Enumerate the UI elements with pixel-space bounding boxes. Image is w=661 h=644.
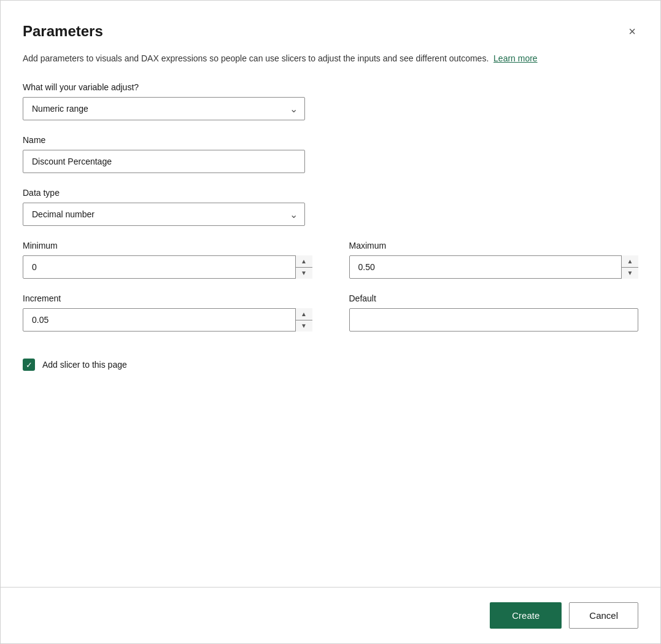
min-max-row: Minimum ▲ ▼ Maximum [23,241,638,293]
default-label: Default [349,293,639,303]
maximum-decrement-button[interactable]: ▼ [622,268,638,279]
add-slicer-label[interactable]: Add slicer to this page [42,360,127,370]
minimum-label: Minimum [23,241,312,250]
maximum-col: Maximum ▲ ▼ [349,241,639,293]
minimum-spinner: ▲ ▼ [23,255,312,279]
increment-input[interactable] [23,308,312,332]
maximum-label: Maximum [349,241,639,250]
cancel-button[interactable]: Cancel [569,602,638,629]
minimum-increment-button[interactable]: ▲ [296,255,312,268]
add-slicer-row: ✓ Add slicer to this page [23,346,638,383]
increment-col: Increment ▲ ▼ [23,293,312,346]
create-button[interactable]: Create [490,602,562,629]
variable-select-wrapper: Numeric range List of values ⌄ [23,97,305,120]
close-icon: × [628,25,636,37]
default-col: Default [349,293,639,346]
default-input[interactable] [349,308,639,332]
name-group: Name [23,135,638,173]
data-type-label: Data type [23,188,638,198]
maximum-spinner-buttons: ▲ ▼ [621,255,638,279]
checkmark-icon: ✓ [26,361,33,369]
data-type-select-wrapper: Decimal number Whole number ⌄ [23,203,305,226]
maximum-increment-button[interactable]: ▲ [622,255,638,268]
name-label: Name [23,135,638,145]
variable-label: What will your variable adjust? [23,82,638,92]
close-button[interactable]: × [626,23,638,40]
default-group: Default [349,293,639,332]
data-type-group: Data type Decimal number Whole number ⌄ [23,188,638,226]
learn-more-link[interactable]: Learn more [493,53,538,63]
dialog-footer: Create Cancel [1,588,660,643]
description-text: Add parameters to visuals and DAX expres… [23,53,489,63]
increment-spinner-buttons: ▲ ▼ [295,308,312,332]
add-slicer-checkbox[interactable]: ✓ [23,359,35,371]
minimum-decrement-button[interactable]: ▼ [296,268,312,279]
increment-spinner: ▲ ▼ [23,308,312,332]
dialog-header: Parameters × [23,23,638,40]
dialog-title: Parameters [23,23,103,40]
parameters-dialog: Parameters × Add parameters to visuals a… [0,0,661,644]
default-spinner [349,308,639,332]
increment-default-row: Increment ▲ ▼ Default [23,293,638,346]
increment-increment-button[interactable]: ▲ [296,308,312,320]
description: Add parameters to visuals and DAX expres… [23,52,638,65]
increment-label: Increment [23,293,312,303]
variable-group: What will your variable adjust? Numeric … [23,82,638,120]
minimum-group: Minimum ▲ ▼ [23,241,312,279]
name-input[interactable] [23,150,305,173]
maximum-spinner: ▲ ▼ [349,255,639,279]
minimum-input[interactable] [23,255,312,279]
maximum-input[interactable] [349,255,639,279]
minimum-col: Minimum ▲ ▼ [23,241,312,293]
increment-decrement-button[interactable]: ▼ [296,320,312,332]
variable-select[interactable]: Numeric range List of values [23,97,305,120]
minimum-spinner-buttons: ▲ ▼ [295,255,312,279]
increment-group: Increment ▲ ▼ [23,293,312,332]
data-type-select[interactable]: Decimal number Whole number [23,203,305,226]
maximum-group: Maximum ▲ ▼ [349,241,639,279]
